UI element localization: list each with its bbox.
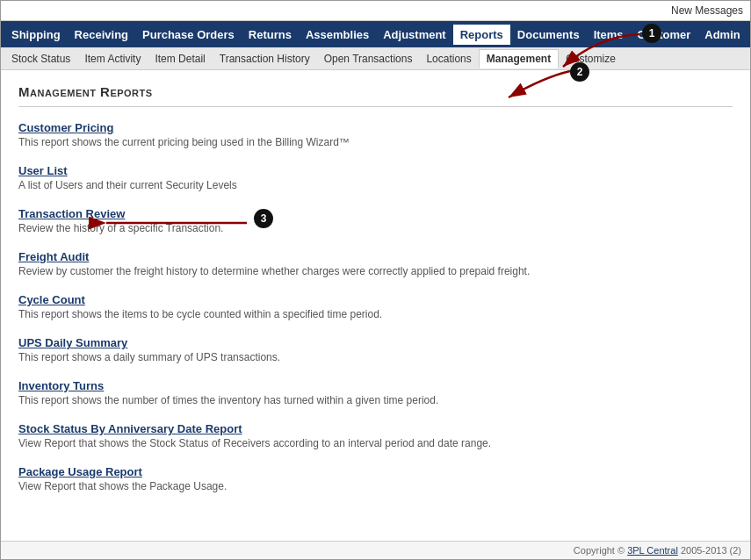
subnav-transaction-history[interactable]: Transaction History xyxy=(213,50,317,68)
cycle-count-desc: This report shows the items to be cycle … xyxy=(18,308,733,320)
subnav-item-detail[interactable]: Item Detail xyxy=(148,50,212,68)
annotation-1: 1 xyxy=(642,24,661,43)
report-package-usage: Package Usage Report View Report that sh… xyxy=(18,465,733,492)
transaction-review-link[interactable]: Transaction Review xyxy=(18,207,125,220)
package-usage-link[interactable]: Package Usage Report xyxy=(18,465,142,478)
top-bar: New Messages xyxy=(1,1,750,21)
cycle-count-link[interactable]: Cycle Count xyxy=(18,293,85,306)
new-messages-label: New Messages xyxy=(671,4,743,17)
nav-items[interactable]: Items xyxy=(587,25,631,45)
annotation-3: 3 xyxy=(254,209,273,228)
report-user-list: User List A list of Users and their curr… xyxy=(18,164,733,191)
ups-daily-summary-desc: This report shows a daily summary of UPS… xyxy=(18,351,733,363)
freight-audit-desc: Review by customer the freight history t… xyxy=(18,265,733,277)
user-list-link[interactable]: User List xyxy=(18,164,68,177)
footer-link[interactable]: 3PL Central xyxy=(627,545,678,556)
transaction-review-desc: Review the history of a specific Transac… xyxy=(18,222,733,234)
subnav-item-activity[interactable]: Item Activity xyxy=(77,50,148,68)
inventory-turns-link[interactable]: Inventory Turns xyxy=(18,379,104,392)
package-usage-desc: View Report that shows the Package Usage… xyxy=(18,480,733,492)
nav-documents[interactable]: Documents xyxy=(510,25,587,45)
user-list-desc: A list of Users and their current Securi… xyxy=(18,179,733,191)
subnav-open-transactions[interactable]: Open Transactions xyxy=(317,50,420,68)
customer-pricing-link[interactable]: Customer Pricing xyxy=(18,121,113,134)
page-title: Management Reports xyxy=(18,84,733,107)
subnav-management[interactable]: Management xyxy=(479,49,559,68)
stock-status-anniversary-link[interactable]: Stock Status By Anniversary Date Report xyxy=(18,422,242,435)
stock-status-anniversary-desc: View Report that shows the Stock Status … xyxy=(18,437,733,449)
primary-nav: Shipping Receiving Purchase Orders Retur… xyxy=(1,21,750,47)
nav-receiving[interactable]: Receiving xyxy=(68,25,135,45)
nav-reports[interactable]: Reports xyxy=(453,25,510,45)
customer-pricing-desc: This report shows the current pricing be… xyxy=(18,136,733,148)
nav-adjustment[interactable]: Adjustment xyxy=(376,25,453,45)
report-inventory-turns: Inventory Turns This report shows the nu… xyxy=(18,379,733,406)
nav-shipping[interactable]: Shipping xyxy=(4,25,68,45)
report-transaction-review: Transaction Review Review the history of… xyxy=(18,207,733,234)
nav-admin[interactable]: Admin xyxy=(697,25,747,45)
nav-assemblies[interactable]: Assemblies xyxy=(299,25,376,45)
report-freight-audit: Freight Audit Review by customer the fre… xyxy=(18,250,733,277)
nav-customer[interactable]: Customer xyxy=(631,25,698,45)
subnav-stock-status[interactable]: Stock Status xyxy=(4,50,77,68)
annotation-2: 2 xyxy=(570,62,589,82)
subnav-customize[interactable]: Customize xyxy=(559,50,623,68)
report-customer-pricing: Customer Pricing This report shows the c… xyxy=(18,121,733,148)
subnav-locations[interactable]: Locations xyxy=(419,50,478,68)
nav-returns[interactable]: Returns xyxy=(242,25,299,45)
report-ups-daily-summary: UPS Daily Summary This report shows a da… xyxy=(18,336,733,363)
freight-audit-link[interactable]: Freight Audit xyxy=(18,250,89,263)
footer: Copyright © 3PL Central 2005-2013 (2) xyxy=(1,541,750,559)
nav-purchase-orders[interactable]: Purchase Orders xyxy=(135,25,242,45)
secondary-nav: Stock Status Item Activity Item Detail T… xyxy=(1,47,750,70)
page-content: Management Reports Customer Pricing This… xyxy=(1,70,750,522)
report-stock-status-anniversary: Stock Status By Anniversary Date Report … xyxy=(18,422,733,449)
inventory-turns-desc: This report shows the number of times th… xyxy=(18,394,733,406)
report-cycle-count: Cycle Count This report shows the items … xyxy=(18,293,733,320)
copyright-text: Copyright © xyxy=(574,545,627,556)
ups-daily-summary-link[interactable]: UPS Daily Summary xyxy=(18,336,127,349)
footer-year-text: 2005-2013 (2) xyxy=(681,545,741,556)
